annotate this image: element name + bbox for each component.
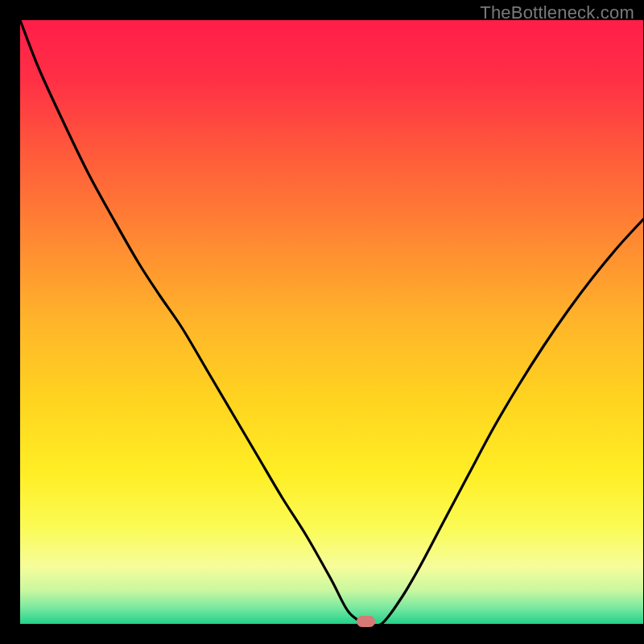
chart-frame: TheBottleneck.com bbox=[0, 0, 644, 644]
plot-area bbox=[20, 20, 643, 624]
bottleneck-chart bbox=[0, 0, 644, 644]
optimum-marker bbox=[357, 617, 375, 627]
watermark: TheBottleneck.com bbox=[480, 2, 634, 23]
